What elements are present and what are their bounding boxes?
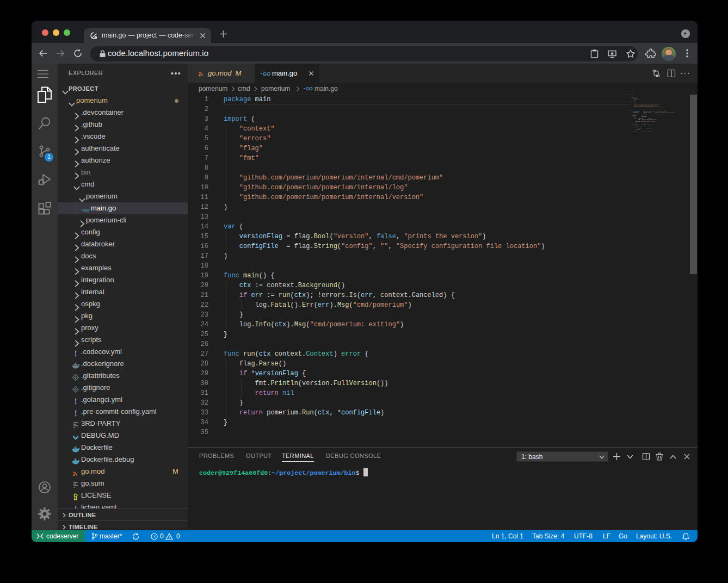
svg-text:GO: GO [306,86,313,91]
svg-text:GO: GO [83,208,90,213]
svg-text:GO: GO [263,71,271,77]
